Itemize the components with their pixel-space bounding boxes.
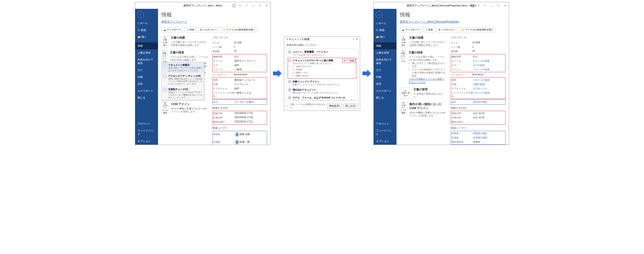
copy-path-button[interactable]: ⧉ パスのコピー [198, 27, 219, 32]
maximize-icon[interactable]: ☐ [257, 3, 263, 8]
nav-history: 履歴 [135, 67, 158, 74]
help-icon[interactable]: ? [244, 3, 250, 8]
dialog-help-icon[interactable]: ? [352, 38, 354, 41]
minimize-icon[interactable]: — [489, 3, 494, 8]
dialog-close-icon[interactable]: ✕ [356, 38, 358, 41]
nav-info[interactable]: 情報 [374, 42, 396, 49]
check-icon: ✓ [288, 80, 291, 83]
nav-new[interactable]: 🗋 新規 [374, 27, 396, 34]
nav-options[interactable]: オプション [374, 138, 396, 145]
nav-account[interactable]: アカウント [374, 120, 396, 127]
backstage-sidebar: ← ⌂ ホーム 🗋 新規 📂 開く 情報 上書き保存 名前を付けて保存 履歴 印… [374, 9, 396, 145]
dialog-title: ドキュメントの検査 [286, 37, 310, 41]
manage-document-button[interactable]: 🗂文書の 管理 ▾ [400, 87, 411, 99]
com-addin-button[interactable]: ⚙COM アド インの管理 [161, 102, 169, 114]
back-button[interactable]: ← [137, 11, 144, 18]
nav-export[interactable]: エクスポート [374, 87, 396, 94]
remove-all-button[interactable]: すべて削除 [342, 59, 356, 63]
document-inspector-dialog: ドキュメントの検査 ?✕ 検査結果を確認してください。 ✓コメント、変更履歴、バ… [284, 36, 360, 111]
red-box-status-props: 状態最終版テンプレート 分類テンプレート サブタイトル謝罪 ハイパーリンクの基点… [212, 77, 267, 99]
nav-home[interactable]: ⌂ ホーム [135, 20, 158, 27]
properties-heading[interactable]: プロパティ ▾ [212, 36, 267, 39]
menu-accessibility-check[interactable]: アクセシビリティ チェック(A)視覚に障碍のある方にとって読み取りにくい内容が文… [162, 73, 204, 87]
share-button[interactable]: ↗ 共有 [185, 27, 196, 32]
nav-share[interactable]: 共有 [374, 81, 396, 87]
open-location-button[interactable]: 📁 ファイルの保存場所を開く [220, 27, 257, 32]
nav-home[interactable]: ⌂ ホーム [374, 20, 396, 27]
nav-new[interactable]: 🗋 新規 [135, 27, 158, 34]
protect-document-button[interactable]: 🔒文書の 保護 ▾ [400, 36, 407, 47]
share-button[interactable]: ↗ 共有 [423, 27, 435, 32]
close-button[interactable]: 閉じる(C) [343, 104, 358, 108]
result-embedded: ✓埋め込みドキュメント埋め込みドキュメントは見つかりませんでした。 [288, 87, 356, 95]
document-link[interactable]: 謝罪文テンプレート_Word_RemoveProperties [400, 20, 459, 24]
com-addin-section: ⚙COM アド インの管理 動作が遅い/無効になった COM アドインWord … [400, 102, 446, 117]
document-link[interactable]: 謝罪文テンプレート [161, 20, 187, 24]
related-dates-heading: 関連する日付 [212, 107, 267, 110]
protect-section: 🔒文書の 保護 ▾ 文書の保護この文書に対してユーザーが行える変更の種類を管理し… [400, 36, 446, 47]
nav-open[interactable]: 📂 開く [374, 34, 396, 41]
blue-box-users: 管理者管理者の指定 作成者作成者の追加 最終更新者未保存 [451, 131, 506, 145]
menu-compatibility-check[interactable]: 互換性チェック(C)以前のバージョンの Word でサポートされていない機能があ… [162, 87, 204, 100]
check-issues-menu: ドキュメント検査(I)文書に隠しプロパティや個人情報がないかどうかをチェックしま… [161, 62, 204, 100]
protect-document-button[interactable]: 🔒文書の 保護 ▾ [161, 36, 168, 47]
nav-account[interactable]: アカウント [135, 120, 158, 127]
menu-inspect-document[interactable]: ドキュメント検査(I)文書に隠しプロパティや個人情報がないかどうかをチェックしま… [162, 62, 204, 73]
share-ribbon-icon[interactable]: ✎ [237, 3, 243, 8]
dialog-titlebar: ドキュメントの検査 ?✕ [284, 37, 360, 42]
account-icon[interactable]: ◯ [232, 3, 236, 8]
nav-share[interactable]: 共有 [135, 81, 158, 87]
nav-info[interactable]: 情報 [135, 42, 158, 49]
nav-open[interactable]: 📂 開く [135, 34, 158, 41]
result-macros: ✓マクロ、フォーム、および ActiveX コントロールマクロ、フォーム、および… [288, 95, 356, 100]
account-icon[interactable]: ◯ [470, 3, 474, 8]
nav-history: 履歴 [374, 67, 396, 74]
close-icon[interactable]: ✕ [264, 3, 270, 8]
arrow-icon [362, 69, 372, 78]
nav-saveas[interactable]: 名前を付けて保存 [374, 56, 396, 67]
arrow-icon [272, 69, 282, 78]
com-addin-section: ⚙COM アド インの管理 COM アドインWord の機能に影響を与える CO… [161, 102, 208, 114]
share-ribbon-icon[interactable]: ✎ [476, 3, 481, 8]
properties-heading[interactable]: プロパティ ▾ [451, 36, 506, 39]
avatar: 👤 [234, 132, 240, 137]
nav-save[interactable]: 上書き保存 [135, 49, 158, 56]
close-icon[interactable]: ✕ [502, 3, 508, 8]
protect-section: 🔒文書の 保護 ▾ 文書の保護この文書に対してユーザーが行える変更の種類を管理し… [161, 36, 208, 47]
nav-saveas[interactable]: 名前を付けて保存 [135, 56, 158, 67]
check-issues-button[interactable]: 🔍問題の チェック ▾ [161, 51, 168, 62]
com-title: COM アドイン [171, 102, 208, 106]
result-taskpane: ✓作業ウィンドウ アドイン作業ウィンドウ アドインが見つかりませんでした。 [288, 79, 356, 87]
copy-path-button[interactable]: ⧉ パスのコピー [436, 27, 458, 32]
dialog-note: 検査結果を確認してください。 [286, 43, 358, 47]
nav-close[interactable]: 閉じる [374, 94, 396, 101]
red-box-dates: 更新日時2022/06/24 17:51 作成日時2022/04/28 17:5… [212, 111, 267, 125]
red-box-edit-props: 編集時間8 分 タイトル謝罪文テンプレート タグ謝罪 コメント一般用 [212, 54, 267, 72]
nav-feedback[interactable]: フィードバック [374, 127, 396, 138]
check-issues-button[interactable]: 🔍問題の チェック ▾ [400, 51, 406, 62]
protect-title: 文書の保護 [171, 36, 208, 40]
allow-save-link[interactable]: これらの情報をファイルに保存できるようにする [409, 78, 444, 84]
nav-export[interactable]: エクスポート [135, 87, 158, 94]
nav-feedback[interactable]: フィードバック [135, 127, 158, 138]
backstage-sidebar: ← ⌂ ホーム 🗋 新規 📂 開く 情報 上書き保存 名前を付けて保存 履歴 印… [135, 9, 158, 145]
inspect-title: 文書の検査 [170, 51, 208, 55]
nav-save[interactable]: 上書き保存 [374, 49, 396, 56]
blue-box-company: 会社会社名の指定 [451, 99, 506, 105]
warning-icon: ⚠ [286, 104, 289, 108]
nav-print[interactable]: 印刷 [135, 74, 158, 81]
nav-print[interactable]: 印刷 [374, 74, 396, 81]
back-button[interactable]: ← [376, 11, 382, 18]
minimize-icon[interactable]: — [250, 3, 256, 8]
help-icon[interactable]: ? [482, 3, 488, 8]
reinspect-button[interactable]: 再検査(R) [327, 104, 342, 108]
nav-options[interactable]: オプション [135, 138, 158, 145]
upload-button[interactable]: ☁ アップロード [400, 27, 422, 32]
window-title: 謝罪文テンプレート.docx - Word [184, 4, 222, 8]
nav-close[interactable]: 閉じる [135, 94, 158, 101]
upload-button[interactable]: ☁ アップロード [161, 27, 183, 32]
com-addin-button[interactable]: ⚙COM アド インの管理 [400, 102, 407, 114]
maximize-icon[interactable]: ☐ [496, 3, 501, 8]
open-location-button[interactable]: 📁 ファイルの保存場所を開く [459, 27, 496, 32]
check-icon: ✓ [288, 88, 291, 91]
